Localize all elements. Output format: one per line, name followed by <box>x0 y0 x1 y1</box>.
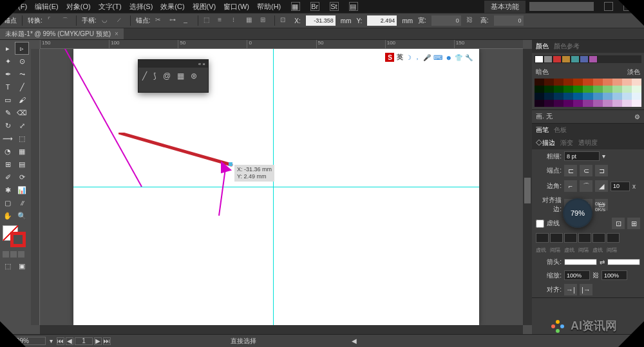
shaper-tool[interactable]: ✎ <box>1 107 14 118</box>
dash-2[interactable] <box>564 233 577 243</box>
arrow-end[interactable] <box>607 259 640 265</box>
color-guide-tab[interactable]: 颜色参考 <box>554 42 580 51</box>
menu-edit[interactable]: 编辑(E) <box>35 2 59 12</box>
magic-wand-tool[interactable]: ✦ <box>1 55 14 67</box>
width-tool[interactable]: ⟿ <box>1 133 14 144</box>
menu-icon-4[interactable]: ▤ <box>349 2 358 11</box>
arrow-start[interactable] <box>564 259 597 265</box>
gradient-tool[interactable]: ▤ <box>15 158 28 170</box>
scrollbar-vertical[interactable] <box>523 49 532 325</box>
handle-show-icon[interactable]: ◡ <box>102 16 111 25</box>
guide-vertical[interactable] <box>273 49 274 325</box>
dash-1[interactable] <box>536 233 549 243</box>
h-value[interactable]: 0 <box>494 15 524 26</box>
stroke-tab[interactable]: ◇描边 <box>536 138 555 147</box>
ime-comma-icon[interactable]: ， <box>414 53 421 62</box>
scale-tool[interactable]: ⤢ <box>15 120 28 131</box>
first-page-icon[interactable]: ⏮ <box>57 337 64 345</box>
search-input[interactable] <box>529 2 594 11</box>
miter-limit-input[interactable] <box>611 182 630 191</box>
cap-butt-icon[interactable]: ⊏ <box>564 165 577 176</box>
doc-tab[interactable]: 未标题-1* @ 99% (CMYK/GPU 预览) × <box>0 28 124 39</box>
handle-hide-icon[interactable]: ⟋ <box>116 16 125 25</box>
dash-align-1[interactable]: ⊡ <box>612 218 625 229</box>
eraser-tool[interactable]: ⌫ <box>15 107 28 118</box>
ruler-horizontal[interactable]: 15010050050100150 <box>40 40 523 49</box>
coord-ref-icon[interactable]: ⊡ <box>280 16 289 25</box>
ime-skin-icon[interactable]: 👕 <box>455 54 462 61</box>
panel-menu-icon[interactable]: « <box>198 61 201 67</box>
menu-select[interactable]: 选择(S) <box>129 2 153 12</box>
swatches-tab[interactable]: 色板 <box>554 126 567 135</box>
ime-mic-icon[interactable]: 🎤 <box>423 54 431 61</box>
symbol-sprayer-tool[interactable]: ✱ <box>1 184 14 196</box>
workspace-switcher[interactable]: 基本功能 <box>484 1 526 13</box>
free-transform-tool[interactable]: ⬚ <box>15 133 28 144</box>
selection-tool[interactable]: ▸ <box>1 42 14 54</box>
rectangle-tool[interactable]: ▭ <box>1 94 14 106</box>
color-mode-btn[interactable] <box>3 251 9 258</box>
none-mode-btn[interactable] <box>18 251 24 258</box>
ime-lang[interactable]: 英 <box>397 53 403 62</box>
fill-stroke-indicator[interactable] <box>3 225 28 246</box>
close-icon[interactable]: × <box>115 30 118 37</box>
anchor-remove-icon[interactable]: ✂ <box>155 16 164 25</box>
ime-moon-icon[interactable]: ☽ <box>406 54 412 61</box>
network-monitor-widget[interactable]: 79% 0K/s0K/s <box>563 198 592 228</box>
edit-mode[interactable]: ▣ <box>15 260 28 272</box>
isolate-icon[interactable]: ⬚ <box>204 16 213 25</box>
color-harmony-grid[interactable] <box>532 79 644 109</box>
pixel-icon[interactable]: ⊞ <box>260 16 269 25</box>
ime-face-icon[interactable]: ☻ <box>445 54 452 61</box>
polar-grid-icon[interactable]: ⊛ <box>191 71 197 80</box>
y-value[interactable]: 2.494 <box>367 15 397 26</box>
prev-page-icon[interactable]: ◀ <box>66 337 73 345</box>
gap-3[interactable] <box>607 233 620 243</box>
canvas-viewport[interactable]: X: -31.36 mmY: 2.49 mm « × ╱ ⟆ @ ▦ ⊛ S <box>40 49 523 325</box>
rotate-tool[interactable]: ↻ <box>1 120 14 131</box>
page-number[interactable]: 1 <box>75 337 93 345</box>
w-value[interactable]: 0 <box>431 15 461 26</box>
screen-mode[interactable]: ⬚ <box>1 260 14 272</box>
gap-2[interactable] <box>578 233 591 243</box>
type-tool[interactable]: T <box>1 81 14 93</box>
menu-view[interactable]: 视图(V) <box>193 2 216 12</box>
menu-help[interactable]: 帮助(H) <box>257 2 281 12</box>
dash-3[interactable] <box>592 233 605 243</box>
grid-icon[interactable]: ▦ <box>177 71 184 80</box>
eyedropper-tool[interactable]: ✐ <box>1 171 14 183</box>
panel-close-icon[interactable]: × <box>202 61 205 67</box>
arrow-scale-2[interactable] <box>601 270 627 280</box>
shape-builder-tool[interactable]: ◔ <box>1 145 14 157</box>
brush-tab[interactable]: 画. 无 <box>536 112 553 121</box>
scroll-left-icon[interactable]: ◀ <box>352 337 357 344</box>
gap-1[interactable] <box>550 233 563 243</box>
brushes-tab[interactable]: 画笔 <box>536 126 549 135</box>
perspective-tool[interactable]: ▦ <box>15 145 28 157</box>
hand-tool[interactable]: ✋ <box>1 210 14 221</box>
cap-square-icon[interactable]: ⊐ <box>595 165 608 176</box>
gradient-tab[interactable]: 渐变 <box>560 138 573 147</box>
last-page-icon[interactable]: ⏭ <box>103 337 111 345</box>
menu-window[interactable]: 窗口(W) <box>223 2 249 12</box>
pen-tool[interactable]: ✒ <box>1 68 14 80</box>
arc-icon[interactable]: ⟆ <box>153 71 156 80</box>
menu-icon-1[interactable]: ▦ <box>291 2 300 11</box>
menu-text[interactable]: 文字(T) <box>99 2 122 12</box>
menu-effect[interactable]: 效果(C) <box>160 2 184 12</box>
ime-keyboard-icon[interactable]: ⌨ <box>433 54 442 61</box>
arrow-align-1[interactable]: →| <box>564 284 577 295</box>
artboard[interactable]: X: -31.36 mmY: 2.49 mm « × ╱ ⟆ @ ▦ ⊛ S <box>73 49 479 325</box>
mesh-tool[interactable]: ⊞ <box>1 158 14 170</box>
floating-tool-panel[interactable]: « × ╱ ⟆ @ ▦ ⊛ <box>138 59 209 93</box>
curvature-tool[interactable]: ⤳ <box>15 68 28 80</box>
graph-tool[interactable]: 📊 <box>15 184 28 196</box>
link-wh-icon[interactable]: ⛓ <box>466 16 475 25</box>
spiral-icon[interactable]: @ <box>163 71 171 80</box>
dash-align-2[interactable]: ⊞ <box>627 218 640 229</box>
corner-bevel-icon[interactable]: ◢ <box>595 180 608 192</box>
artboard-tool[interactable]: ▢ <box>1 197 14 209</box>
gradient-mode-btn[interactable] <box>10 251 17 258</box>
menu-icon-2[interactable]: Br <box>310 2 319 11</box>
arrow-scale-1[interactable] <box>564 270 590 280</box>
